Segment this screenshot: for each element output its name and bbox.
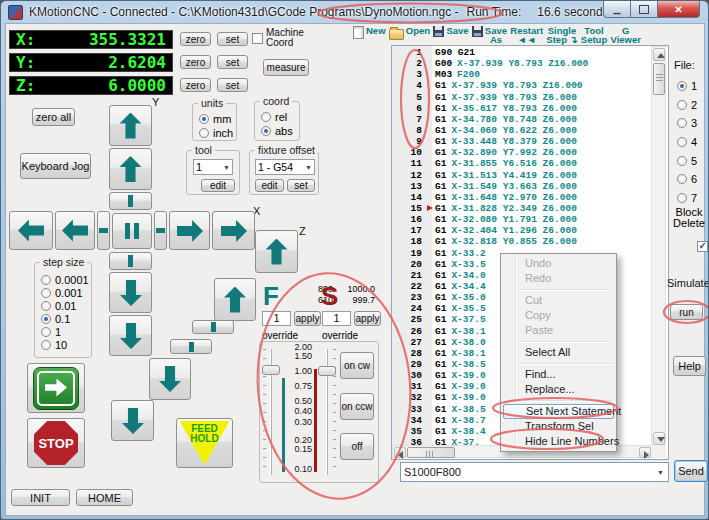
jog-z-minus-step-button[interactable] — [170, 339, 212, 354]
gcode-line[interactable]: 8G1X-34.060 Y8.622 Z6.000 — [392, 125, 650, 136]
gcode-line[interactable]: 6G1X-35.617 Y8.793 Z6.000 — [392, 103, 650, 114]
menu-item-undo[interactable]: Undo — [502, 256, 615, 271]
spindle-apply-button[interactable]: apply — [354, 311, 381, 326]
toolbar-single-step-button[interactable]: SingleStep ↴ — [546, 26, 577, 46]
gcode-line[interactable]: 18G1X-32.818 Y0.855 Z6.000 — [392, 236, 650, 247]
menu-item-hide-line-numbers[interactable]: Hide Line Numbers — [502, 434, 615, 449]
spindle-on-cw-button[interactable]: on cw — [340, 352, 374, 379]
step-size-option-0.001[interactable]: 0.001 — [41, 286, 89, 299]
jog-y-minus-step-button[interactable] — [109, 252, 152, 270]
units-inch-radio[interactable]: inch — [199, 126, 233, 139]
jog-pause-button[interactable] — [112, 213, 152, 249]
zero-x-button[interactable]: zero — [180, 32, 211, 46]
zero-all-button[interactable]: zero all — [32, 108, 75, 126]
menu-item-redo[interactable]: Redo — [502, 271, 615, 286]
file-option-7[interactable]: 7 — [677, 189, 697, 208]
maximize-button[interactable] — [631, 1, 658, 18]
file-option-3[interactable]: 3 — [677, 114, 697, 133]
gcode-line[interactable]: 12G1X-31.513 Y4.419 Z6.000 — [392, 170, 650, 181]
jog-x-minus-fast-button[interactable] — [9, 211, 53, 250]
titlebar[interactable]: KMotionCNC - Connected - C:\KMotion431d\… — [1, 1, 708, 23]
home-button[interactable]: HOME — [76, 489, 133, 506]
jog-z-minus-fast-button[interactable] — [111, 400, 154, 441]
keyboard-jog-button[interactable]: Keyboard Jog — [20, 153, 91, 179]
scroll-right-button[interactable] — [639, 447, 651, 458]
vscroll-thumb[interactable] — [653, 63, 665, 95]
coord-rel-radio[interactable]: rel — [261, 110, 287, 123]
menu-item-find[interactable]: Find... — [502, 367, 615, 382]
gcode-line[interactable]: 13G1X-31.549 Y3.663 Z6.000 — [392, 181, 650, 192]
step-size-option-10[interactable]: 10 — [41, 338, 89, 351]
jog-y-minus-button[interactable] — [109, 272, 152, 313]
gcode-line[interactable]: 9G1X-33.448 Y8.379 Z6.000 — [392, 136, 650, 147]
measure-button[interactable]: measure — [263, 59, 309, 76]
gcode-line[interactable]: 17G1X-32.404 Y1.296 Z6.000 — [392, 225, 650, 236]
gcode-line[interactable]: 2G00X-37.939 Y8.793 Z16.000 — [392, 58, 650, 69]
toolbar-save-as-button[interactable]: SaveAs — [472, 26, 507, 46]
gcode-line[interactable]: 4G1X-37.939 Y8.793 Z16.000 — [392, 80, 650, 91]
jog-z-plus-step-button[interactable] — [192, 320, 234, 334]
menu-item-cut[interactable]: Cut — [502, 293, 615, 308]
file-option-5[interactable]: 5 — [677, 151, 697, 170]
jog-x-plus-fast-button[interactable] — [212, 211, 255, 250]
jog-y-plus-fast-button[interactable] — [109, 105, 152, 146]
menu-item-replace[interactable]: Replace... — [502, 382, 615, 397]
step-size-option-0.01[interactable]: 0.01 — [41, 299, 89, 312]
menu-item-paste[interactable]: Paste — [502, 323, 615, 338]
toolbar-restart-button[interactable]: Restart◄◄ — [510, 26, 543, 46]
gcode-line[interactable]: 15G1X-31.828 Y2.349 Z6.000 — [392, 203, 650, 214]
toolbar-open-button[interactable]: Open — [389, 26, 430, 46]
feed-apply-button[interactable]: apply — [294, 311, 321, 326]
jog-z-plus-button[interactable] — [214, 278, 256, 321]
spindle-override-input[interactable]: 1 — [322, 311, 351, 326]
set-y-button[interactable]: set — [217, 55, 248, 69]
file-option-2[interactable]: 2 — [677, 96, 697, 115]
editor-vscrollbar[interactable] — [651, 46, 666, 445]
gcode-line[interactable]: 11G1X-31.855 Y6.516 Z6.000 — [392, 158, 650, 169]
run-button[interactable]: run — [670, 304, 703, 320]
toolbar-tool-setup-button[interactable]: ToolSetup — [581, 26, 607, 46]
file-option-6[interactable]: 6 — [677, 170, 697, 189]
file-option-4[interactable]: 4 — [677, 133, 697, 152]
tool-select[interactable]: 1 ▼ — [193, 159, 233, 175]
fixture-set-button[interactable]: set — [287, 179, 315, 192]
close-button[interactable]: ✕ — [658, 1, 700, 18]
minimize-button[interactable]: ▁ — [603, 1, 631, 18]
step-size-option-0.1[interactable]: 0.1 — [41, 312, 89, 325]
step-size-option-1[interactable]: 1 — [41, 325, 89, 338]
gcode-line[interactable]: 10G1X-32.890 Y7.992 Z6.000 — [392, 147, 650, 158]
gcode-line[interactable]: 16G1X-32.080 Y1.791 Z6.000 — [392, 214, 650, 225]
jog-z-minus-button[interactable] — [149, 358, 191, 400]
menu-item-copy[interactable]: Copy — [502, 308, 615, 323]
gcode-line[interactable]: 5G1X-37.939 Y8.793 Z6.000 — [392, 92, 650, 103]
send-button[interactable]: Send — [674, 460, 708, 482]
jog-x-plus-button[interactable] — [169, 211, 210, 250]
fixture-offset-select[interactable]: 1 - G54 ▼ — [255, 159, 315, 175]
spindle-slider-thumb[interactable] — [318, 366, 336, 376]
feed-override-input[interactable]: 1 — [262, 311, 291, 326]
init-button[interactable]: INIT — [11, 489, 70, 506]
help-button[interactable]: Help — [673, 356, 706, 376]
tool-edit-button[interactable]: edit — [201, 179, 235, 192]
gcode-line[interactable]: 3M03F200 — [392, 69, 650, 80]
file-option-1[interactable]: 1 — [677, 77, 697, 96]
menu-item-set-next-statement[interactable]: Set Next Statement — [503, 404, 614, 419]
jog-y-minus-fast-button[interactable] — [109, 315, 152, 356]
stop-button[interactable]: STOP — [27, 418, 85, 468]
jog-y-plus-step-button[interactable] — [109, 192, 152, 210]
set-x-button[interactable]: set — [217, 32, 248, 46]
hscroll-thumb[interactable] — [407, 447, 455, 458]
units-mm-radio[interactable]: mm — [199, 112, 231, 125]
toolbar-new-button[interactable]: New — [353, 26, 386, 46]
jog-z-plus-fast-button[interactable] — [255, 230, 298, 273]
machine-coord-checkbox[interactable] — [252, 33, 263, 44]
zero-y-button[interactable]: zero — [180, 55, 211, 69]
spindle-on-ccw-button[interactable]: on ccw — [340, 393, 374, 420]
toolbar-save-button[interactable]: Save — [433, 26, 468, 46]
zero-z-button[interactable]: zero — [180, 78, 211, 92]
cycle-start-button[interactable] — [27, 363, 85, 413]
block-delete-checkbox[interactable] — [697, 241, 708, 252]
gcode-line[interactable]: 7G1X-34.780 Y8.748 Z6.000 — [392, 114, 650, 125]
coord-abs-radio[interactable]: abs — [261, 124, 293, 137]
jog-x-minus-step-button[interactable] — [97, 211, 110, 250]
